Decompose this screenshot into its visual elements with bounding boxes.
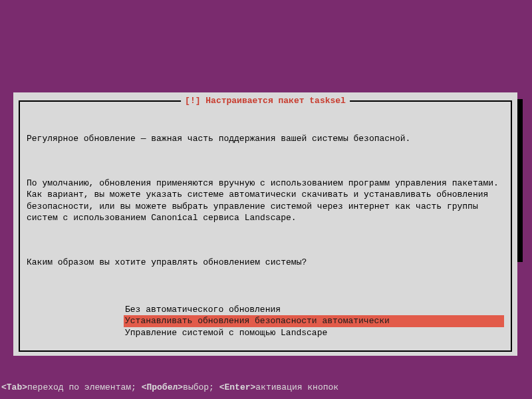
config-dialog: [!] Настраивается пакет tasksel Регулярн… — [13, 92, 517, 356]
key-space: <Пробел> — [142, 382, 183, 392]
option-manage-landscape[interactable]: Управление системой с помощью Landscape — [124, 327, 504, 339]
help-enter-text: активация кнопок — [255, 382, 338, 392]
help-bar: <Tab>переход по элементам; <Пробел>выбор… — [1, 382, 531, 394]
paragraph-1: Регулярное обновление — важная часть под… — [27, 133, 504, 145]
option-auto-security-updates[interactable]: Устанавливать обновления безопасности ав… — [124, 315, 504, 327]
options-list: Без автоматического обновления Устанавли… — [124, 304, 504, 339]
dialog-prompt: Каким образом вы хотите управлять обновл… — [27, 257, 504, 269]
key-tab: <Tab> — [1, 382, 27, 392]
help-space-text: выбор; — [183, 382, 219, 392]
help-tab-text: переход по элементам; — [27, 382, 142, 392]
paragraph-2: По умолчанию, обновления применяются вру… — [27, 178, 504, 224]
dialog-frame: [!] Настраивается пакет tasksel Регулярн… — [19, 100, 512, 352]
dialog-body: Регулярное обновление — важная часть под… — [27, 110, 504, 301]
key-enter: <Enter> — [219, 382, 256, 392]
option-no-auto-updates[interactable]: Без автоматического обновления — [124, 304, 504, 316]
dialog-title: [!] Настраивается пакет tasksel — [181, 95, 350, 107]
